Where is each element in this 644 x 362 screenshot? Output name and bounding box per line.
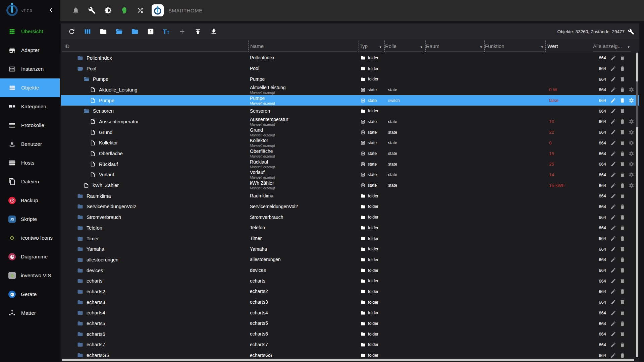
- delete-object-button[interactable]: [620, 87, 625, 93]
- expand-all-button[interactable]: [111, 24, 127, 39]
- delete-object-button[interactable]: [620, 257, 625, 262]
- table-row[interactable]: Vorlauf Vorlauf Manuell erzeugt state st…: [61, 170, 639, 180]
- edit-object-button[interactable]: [610, 353, 616, 358]
- sidebar-item-logs[interactable]: Protokolle: [0, 116, 60, 135]
- table-row[interactable]: PollenIndex PollenIndex folder 664: [61, 53, 639, 63]
- delete-object-button[interactable]: [620, 204, 625, 209]
- delete-object-button[interactable]: [620, 193, 625, 199]
- edit-object-button[interactable]: [610, 140, 616, 146]
- sidebar-item-hosts[interactable]: Hosts: [0, 154, 60, 172]
- delete-object-button[interactable]: [620, 66, 625, 71]
- table-row[interactable]: Grund Grund Manuell erzeugt state state …: [61, 127, 639, 138]
- sidebar-item-users[interactable]: Benutzer: [0, 135, 60, 154]
- edit-object-button[interactable]: [610, 66, 616, 71]
- edit-object-button[interactable]: [610, 76, 616, 82]
- edit-object-button[interactable]: [610, 331, 616, 337]
- delete-object-button[interactable]: [620, 183, 625, 188]
- edit-object-button[interactable]: [610, 172, 616, 178]
- sidebar-item-grid[interactable]: Übersicht: [0, 22, 60, 41]
- filter-id[interactable]: ID: [62, 40, 248, 52]
- edit-object-button[interactable]: [610, 98, 616, 103]
- export-button[interactable]: [190, 24, 206, 39]
- sidebar-item-scripts[interactable]: JSSkripte: [0, 210, 60, 229]
- object-settings-button[interactable]: [629, 98, 634, 103]
- column-separator[interactable]: [359, 41, 359, 52]
- delete-object-button[interactable]: [620, 299, 625, 305]
- edit-object-button[interactable]: [610, 310, 616, 316]
- object-settings-button[interactable]: [629, 87, 634, 93]
- edit-object-button[interactable]: [610, 87, 616, 93]
- shuffle-off-button[interactable]: [132, 2, 148, 18]
- table-row[interactable]: Timer Timer folder 664: [61, 233, 639, 244]
- theme-button[interactable]: [100, 2, 116, 18]
- edit-object-button[interactable]: [610, 183, 616, 188]
- edit-object-button[interactable]: [610, 289, 616, 294]
- table-row[interactable]: Telefon Telefon folder 664: [61, 223, 639, 233]
- edit-object-button[interactable]: [610, 236, 616, 241]
- object-settings-button[interactable]: [629, 151, 634, 157]
- filter-funktion[interactable]: Funktion▾: [485, 40, 544, 52]
- delete-object-button[interactable]: [620, 172, 625, 178]
- table-row[interactable]: Aktuelle_Leistung Aktuelle Leistung Manu…: [61, 84, 639, 95]
- filter-name[interactable]: Name: [250, 40, 357, 52]
- delete-object-button[interactable]: [620, 215, 625, 220]
- edit-object-button[interactable]: [610, 193, 616, 199]
- table-row[interactable]: allestoerungen allestoerungen folder 664: [61, 254, 639, 265]
- wrench-button[interactable]: [84, 2, 100, 18]
- table-row[interactable]: echarts7 echarts7 folder 664: [61, 340, 639, 350]
- sidebar-item-instances[interactable]: Instanzen: [0, 60, 60, 78]
- sidebar-item-store[interactable]: Adapter: [0, 41, 60, 60]
- delete-object-button[interactable]: [620, 98, 625, 103]
- table-row[interactable]: Rücklauf Rücklauf Manuell erzeugt state …: [61, 159, 639, 170]
- collapse-lower-button[interactable]: [127, 24, 143, 39]
- object-settings-button[interactable]: [629, 129, 634, 135]
- sidebar-item-categories[interactable]: Kategorien: [0, 97, 60, 116]
- app-logo-chip[interactable]: [152, 4, 164, 16]
- sidebar-item-charts[interactable]: Diagramme: [0, 247, 60, 266]
- column-separator[interactable]: [484, 41, 485, 52]
- table-row[interactable]: echarts6 echarts6 folder 664: [61, 329, 639, 340]
- edit-object-button[interactable]: [610, 257, 616, 262]
- settings-wrench-button[interactable]: [625, 23, 637, 40]
- delete-object-button[interactable]: [620, 289, 625, 294]
- table-row[interactable]: Raumklima Raumklima folder 664: [61, 191, 639, 201]
- table-row[interactable]: echartsGS echartsGS folder 664: [61, 350, 639, 359]
- edit-object-button[interactable]: [610, 215, 616, 220]
- delete-object-button[interactable]: [620, 161, 625, 167]
- delete-object-button[interactable]: [620, 140, 625, 146]
- delete-object-button[interactable]: [620, 55, 625, 61]
- column-separator[interactable]: [545, 41, 546, 52]
- table-row[interactable]: Stromverbrauch Stromverbrauch folder 664: [61, 212, 639, 223]
- sidebar-item-objects[interactable]: Objekte: [0, 78, 60, 97]
- table-row[interactable]: echarts5 echarts5 folder 664: [61, 318, 639, 329]
- table-row[interactable]: echarts4 echarts4 folder 664: [61, 308, 639, 318]
- object-settings-button[interactable]: [629, 140, 634, 146]
- expert-button[interactable]: [116, 2, 132, 18]
- object-settings-button[interactable]: [629, 161, 634, 167]
- table-row[interactable]: Sensoren Sensoren folder 664: [61, 106, 639, 116]
- edit-object-button[interactable]: [610, 246, 616, 252]
- columns-button[interactable]: [79, 24, 95, 39]
- edit-object-button[interactable]: [610, 204, 616, 209]
- table-row[interactable]: Yamaha Yamaha folder 664: [61, 244, 639, 254]
- column-separator[interactable]: [248, 41, 249, 52]
- table-row[interactable]: Pool Pool folder 664: [61, 63, 639, 74]
- sidebar-item-devices[interactable]: Geräte: [0, 285, 60, 304]
- edit-object-button[interactable]: [610, 342, 616, 348]
- collapse-all-button[interactable]: [95, 24, 111, 39]
- delete-object-button[interactable]: [620, 151, 625, 157]
- filter-raum[interactable]: Raum▾: [426, 40, 483, 52]
- filter-typ[interactable]: Typ▾: [360, 40, 382, 52]
- delete-object-button[interactable]: [620, 119, 625, 124]
- object-settings-button[interactable]: [629, 172, 634, 178]
- delete-object-button[interactable]: [620, 331, 625, 337]
- import-button[interactable]: [206, 24, 221, 39]
- sidebar-collapse-button[interactable]: [46, 5, 56, 15]
- column-separator[interactable]: [384, 41, 385, 52]
- delete-object-button[interactable]: [620, 129, 625, 135]
- sidebar-item-backup[interactable]: Backup: [0, 191, 60, 210]
- edit-object-button[interactable]: [610, 267, 616, 273]
- table-row[interactable]: echarts echarts folder 664: [61, 276, 639, 286]
- show-all-select[interactable]: Alle anzeig...▾: [593, 40, 631, 52]
- table-row[interactable]: echarts3 echarts3 folder 664: [61, 297, 639, 308]
